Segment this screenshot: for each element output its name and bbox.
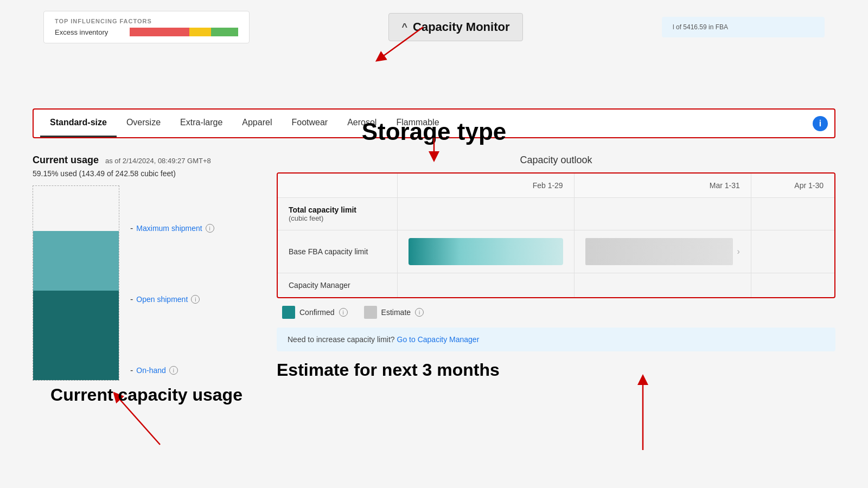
legend-confirmed: Confirmed i <box>282 306 348 319</box>
confirmed-info-icon[interactable]: i <box>339 308 348 317</box>
usage-percent-text: 59.15% used (143.49 of 242.58 cubic feet… <box>33 169 260 178</box>
tab-apparel[interactable]: Apparel <box>232 110 282 137</box>
right-partial-text: l of 5416.59 in FBA <box>673 23 728 31</box>
base-fba-feb-cell <box>397 230 574 273</box>
banner-text: Need to increase capacity limit? <box>288 335 395 344</box>
outlook-table: Feb 1-29 Mar 1-31 Apr 1-30 Total capacit… <box>278 174 834 297</box>
estimate-bar <box>585 238 733 265</box>
base-fba-apr-cell <box>751 230 834 273</box>
top-influencing-panel: TOP INFLUENCING FACTORS Excess inventory <box>43 11 250 43</box>
capacity-manager-feb <box>397 273 574 298</box>
estimate-cell: › <box>585 238 740 265</box>
maximum-shipment-link[interactable]: Maximum shipment <box>136 224 202 233</box>
total-capacity-label-bold: Total capacity limit <box>289 206 386 214</box>
bar-yellow <box>189 28 211 36</box>
confirmed-swatch <box>282 306 295 319</box>
bar-green <box>211 28 238 36</box>
go-to-capacity-manager-link[interactable]: Go to Capacity Manager <box>397 335 480 344</box>
outlook-table-wrapper: Feb 1-29 Mar 1-31 Apr 1-30 Total capacit… <box>277 172 835 298</box>
left-panel: Current usage as of 2/14/2024, 08:49:27 … <box>33 155 260 405</box>
table-row-base-fba: Base FBA capacity limit › <box>278 230 834 273</box>
col-header-label <box>278 174 397 198</box>
estimate-annotation: Estimate for next 3 months <box>277 360 500 380</box>
current-usage-date: as of 2/14/2024, 08:49:27 GMT+8 <box>105 157 211 165</box>
total-capacity-sublabel: (cubic feet) <box>289 214 386 222</box>
col-header-apr: Apr 1-30 <box>751 174 834 198</box>
current-usage-header: Current usage as of 2/14/2024, 08:49:27 … <box>33 155 260 166</box>
on-hand-info-icon[interactable]: i <box>169 366 178 375</box>
table-row-capacity-manager: Capacity Manager <box>278 273 834 298</box>
current-usage-title: Current usage <box>33 155 99 166</box>
capacity-monitor-title: Capacity Monitor <box>413 20 509 34</box>
total-capacity-label: Total capacity limit (cubic feet) <box>278 198 397 230</box>
right-partial-panel: l of 5416.59 in FBA <box>662 17 825 37</box>
estimate-label: Estimate <box>381 308 411 317</box>
legend-row: Confirmed i Estimate i <box>277 306 835 319</box>
bar-red <box>130 28 189 36</box>
table-header-row: Feb 1-29 Mar 1-31 Apr 1-30 <box>278 174 834 198</box>
total-capacity-apr <box>751 198 834 230</box>
col-header-mar: Mar 1-31 <box>574 174 751 198</box>
right-panel: Capacity outlook Feb 1-29 Mar 1-31 Apr 1… <box>277 155 835 405</box>
table-row-total-capacity: Total capacity limit (cubic feet) <box>278 198 834 230</box>
open-shipment-link[interactable]: Open shipment <box>136 295 188 304</box>
open-shipment-info-icon[interactable]: i <box>191 295 200 304</box>
influencing-bar <box>130 28 238 36</box>
confirmed-bar <box>409 238 563 265</box>
top-bar: TOP INFLUENCING FACTORS Excess inventory… <box>0 0 868 54</box>
estimate-info-icon[interactable]: i <box>415 308 424 317</box>
col-header-feb: Feb 1-29 <box>397 174 574 198</box>
on-hand-link[interactable]: On-hand <box>136 366 165 375</box>
bar-top-segment <box>33 186 119 231</box>
bar-on-hand-segment <box>33 291 119 380</box>
capacity-manager-mar <box>574 273 751 298</box>
estimate-arrow-icon: › <box>737 247 740 256</box>
legend-estimate: Estimate i <box>364 306 424 319</box>
on-hand-label: - On-hand i <box>130 365 214 375</box>
tab-footwear[interactable]: Footwear <box>282 110 337 137</box>
capacity-manager-label: Capacity Manager <box>278 273 397 298</box>
usage-bar-chart <box>33 185 119 381</box>
confirmed-label: Confirmed <box>299 308 335 317</box>
influencing-row: Excess inventory <box>55 28 238 36</box>
open-shipment-label: - Open shipment i <box>130 294 214 304</box>
maximum-shipment-label: - Maximum shipment i <box>130 223 214 233</box>
base-fba-mar-cell: › <box>574 230 751 273</box>
bottom-banner: Need to increase capacity limit? Go to C… <box>277 328 835 351</box>
influencing-title: TOP INFLUENCING FACTORS <box>55 18 238 24</box>
influencing-label: Excess inventory <box>55 28 125 36</box>
bar-open-shipment-segment <box>33 231 119 291</box>
maximum-shipment-info-icon[interactable]: i <box>206 224 214 233</box>
bar-labels: - Maximum shipment i - Open shipment i -… <box>130 185 214 381</box>
estimate-swatch <box>364 306 377 319</box>
tab-oversize[interactable]: Oversize <box>117 110 170 137</box>
base-fba-label: Base FBA capacity limit <box>278 230 397 273</box>
usage-chart-area: - Maximum shipment i - Open shipment i -… <box>33 185 260 381</box>
chevron-up-icon: ^ <box>402 22 408 33</box>
current-capacity-annotation: Current capacity usage <box>33 385 260 405</box>
tab-extra-large[interactable]: Extra-large <box>170 110 232 137</box>
tab-standard-size[interactable]: Standard-size <box>40 110 117 137</box>
capacity-manager-apr <box>751 273 834 298</box>
capacity-outlook-title: Capacity outlook <box>277 155 835 166</box>
total-capacity-mar <box>574 198 751 230</box>
main-content: Current usage as of 2/14/2024, 08:49:27 … <box>0 144 868 416</box>
capacity-monitor-header[interactable]: ^ Capacity Monitor <box>388 13 524 41</box>
tabs-info-icon[interactable]: i <box>813 116 828 131</box>
total-capacity-feb <box>397 198 574 230</box>
storage-type-arrow <box>412 138 456 165</box>
